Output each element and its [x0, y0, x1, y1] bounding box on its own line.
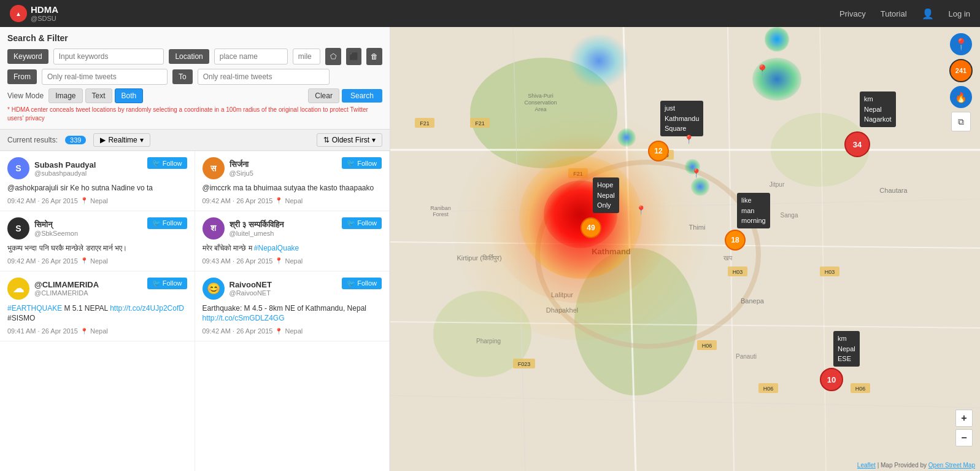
both-mode-btn[interactable]: Both [115, 88, 144, 103]
delete-icon-btn[interactable]: 🗑 [366, 48, 382, 65]
tweet-columns: S Subash Paudyal @subashpaudyal 🐦 Follow [0, 151, 390, 471]
svg-text:Jitpur: Jitpur [770, 181, 785, 188]
tweet-header: S सिमोन् @SbkSeemon 🐦 Follow [7, 217, 187, 239]
tweet-meta: 09:42 AM · 26 Apr 2015 📍 Nepal [7, 257, 187, 265]
login-link[interactable]: Log in [949, 9, 970, 18]
tweet-header: 😊 RaivooNET @RaivooNET 🐦 Follow [203, 278, 382, 300]
oldest-btn[interactable]: ⇅ Oldest First ▾ [317, 133, 382, 147]
follow-btn[interactable]: 🐦 Follow [147, 278, 187, 289]
zoom-out-btn[interactable]: − [955, 429, 973, 446]
avatar: S [7, 217, 29, 239]
hashtag-link[interactable]: #EARTHQUAKE [7, 304, 62, 313]
osm-link[interactable]: Open Street Map [928, 462, 975, 469]
tweet-header: स सिर्जना @Sirju5 🐦 Follow [203, 157, 382, 179]
rectangle-icon-btn[interactable]: ⬛ [346, 48, 362, 65]
tweet-user-info: स सिर्जना @Sirju5 [203, 157, 253, 179]
twitter-icon: 🐦 [152, 159, 161, 167]
clear-btn[interactable]: Clear [308, 88, 339, 103]
svg-text:H06: H06 [855, 386, 866, 392]
place-input[interactable] [214, 49, 288, 64]
tweet-meta: 09:43 AM · 26 Apr 2015 📍 Nepal [203, 257, 382, 265]
map-bubble-12[interactable]: 12 justKathmanduSquare [648, 141, 669, 162]
zoom-in-btn[interactable]: + [955, 410, 973, 427]
search-btn[interactable]: Search [342, 89, 382, 103]
map-pin-side-icon[interactable]: 📍 [950, 33, 972, 55]
tweet-card: S सिमोन् @SbkSeemon 🐦 Follow भुकम् [0, 211, 195, 271]
follow-btn[interactable]: 🐦 Follow [342, 157, 382, 169]
map-attribution: Leaflet | Map Provided by Open Street Ma… [857, 462, 975, 469]
follow-btn[interactable]: 🐦 Follow [342, 278, 382, 289]
tweet-column-left: S Subash Paudyal @subashpaudyal 🐦 Follow [0, 151, 195, 471]
svg-text:Kathmand: Kathmand [592, 247, 631, 256]
user-icon: 👤 [922, 8, 934, 20]
tutorial-link[interactable]: Tutorial [881, 9, 907, 18]
logo-icon: ▲ [10, 5, 27, 22]
from-label[interactable]: From [7, 69, 37, 84]
follow-btn[interactable]: 🐦 Follow [147, 217, 187, 229]
view-mode-row: View Mode Image Text Both Clear Search [7, 88, 382, 103]
svg-point-1 [470, 58, 617, 168]
results-label: Current results: [7, 136, 58, 144]
privacy-note: * HDMA center conceals tweet locations b… [7, 106, 382, 123]
text-mode-btn[interactable]: Text [85, 88, 112, 103]
map-layers-icon[interactable]: ⧉ [951, 112, 971, 131]
tweet-header: ☁ @CLIMAMERIDA @CLIMAMERIDA 🐦 Follow [7, 278, 187, 300]
leaflet-link[interactable]: Leaflet [857, 462, 876, 469]
location-label[interactable]: Location [169, 49, 209, 64]
map-pin-blue-3[interactable]: 📍 [691, 168, 701, 178]
url-link[interactable]: http://t.co/z4UJp2CofD [110, 304, 184, 313]
realtime-btn[interactable]: ▶ Realtime ▾ [93, 133, 150, 147]
tweet-text: भुकम्प भन्दा पनि घरकै मान्छेले डराएर मार… [7, 243, 187, 254]
url-link[interactable]: http://t.co/cSmGDLZ4GG [203, 314, 285, 322]
to-input[interactable] [198, 69, 330, 85]
main-container: Search & Filter Keyword Location ⬠ ⬛ 🗑 F… [0, 27, 980, 471]
tweet-card: ☁ @CLIMAMERIDA @CLIMAMERIDA 🐦 Follow [0, 271, 195, 342]
map-bubble-10[interactable]: 10 kmNepalESE [820, 368, 843, 391]
polygon-icon-btn[interactable]: ⬠ [325, 48, 341, 65]
user-name: RaivooNET [230, 280, 272, 289]
user-name: सिमोन् [34, 220, 78, 230]
hashtag-link[interactable]: #NepalQuake [254, 244, 299, 252]
results-count: 339 [65, 136, 86, 144]
section-title: Search & Filter [7, 33, 382, 43]
user-handle: @subashpaudyal [34, 169, 96, 177]
tweet-card: श श्री ३ सम्पर्किविहिन @luitel_umesh 🐦 F… [195, 211, 390, 271]
map-bubble-18[interactable]: 18 likemanmorning [725, 230, 746, 251]
user-handle: @CLIMAMERIDA [34, 289, 99, 297]
follow-btn[interactable]: 🐦 Follow [147, 157, 187, 169]
keyword-label[interactable]: Keyword [7, 49, 48, 64]
map-pin-blue[interactable]: 📍 [755, 64, 769, 77]
map-pin-blue-2[interactable]: 📍 [684, 134, 694, 144]
user-handle: @Sirju5 [230, 169, 253, 177]
user-name: सिर्जना [230, 160, 253, 169]
tweet-card: S Subash Paudyal @subashpaudyal 🐦 Follow [0, 151, 195, 211]
image-mode-btn[interactable]: Image [48, 88, 82, 103]
tweet-meta: 09:42 AM · 26 Apr 2015 📍 Nepal [7, 197, 187, 204]
map-pin-blue-4[interactable]: 📍 [636, 205, 646, 215]
mile-input[interactable] [293, 49, 320, 64]
tweet-column-right: स सिर्जना @Sirju5 🐦 Follow @imccrk [195, 151, 390, 471]
twitter-icon: 🐦 [347, 159, 355, 167]
svg-text:Conservation: Conservation [524, 99, 557, 106]
logo: ▲ HDMA @SDSU [10, 5, 58, 23]
privacy-link[interactable]: Privacy [839, 9, 866, 18]
map-heatmap-icon[interactable]: 🔥 [950, 86, 972, 108]
follow-btn[interactable]: 🐦 Follow [342, 217, 382, 229]
map-bubble-34[interactable]: 34 kmNepalNagarkot [844, 131, 870, 157]
keyword-input[interactable] [53, 49, 164, 64]
map-count-icon[interactable]: 241 [949, 59, 973, 82]
svg-point-2 [574, 248, 697, 395]
svg-text:Lalitpur: Lalitpur [551, 291, 573, 298]
to-label[interactable]: To [172, 69, 193, 84]
avatar: स [203, 157, 225, 179]
svg-text:Panauti: Panauti [736, 353, 757, 360]
svg-text:Pharping: Pharping [476, 338, 501, 344]
svg-text:F21: F21 [573, 171, 583, 177]
map-bubble-49[interactable]: 49 HopeNepalOnly [581, 217, 601, 238]
svg-text:F023: F023 [518, 361, 531, 367]
left-panel: Search & Filter Keyword Location ⬠ ⬛ 🗑 F… [0, 27, 390, 471]
from-input[interactable] [42, 69, 168, 85]
play-icon: ▶ [100, 136, 106, 144]
svg-text:Sanga: Sanga [781, 212, 798, 219]
sort-icon: ⇅ [323, 136, 330, 144]
